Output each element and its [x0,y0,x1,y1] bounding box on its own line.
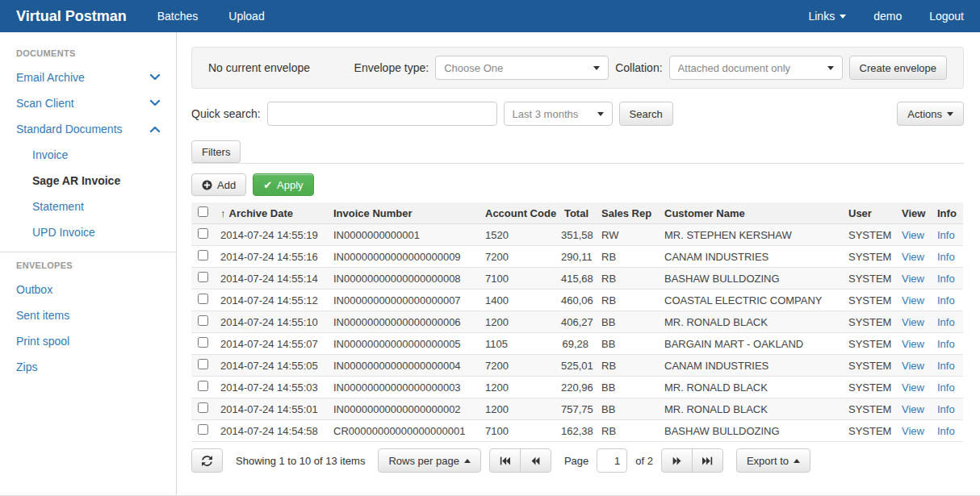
sidebar-item-print-spool[interactable]: Print spool [0,328,176,354]
sidebar-item-upd-invoice[interactable]: UPD Invoice [0,219,176,245]
view-link[interactable]: View [902,425,924,437]
info-link[interactable]: Info [937,425,955,437]
row-checkbox[interactable] [198,337,208,348]
info-link[interactable]: Info [937,316,955,328]
total: 351,58 [555,224,595,246]
next-page-button[interactable] [661,448,693,473]
col-account-code[interactable]: Account Code [479,202,555,224]
sort-asc-icon: ↑ [220,207,226,219]
select-all-checkbox-cell [191,202,214,224]
create-envelope-button[interactable]: Create envelope [849,56,947,80]
first-page-button[interactable] [489,448,521,473]
col-customer-name[interactable]: Customer Name [658,202,842,224]
sales-rep: RB [595,246,658,268]
view-link[interactable]: View [902,381,924,394]
filters-button[interactable]: Filters [191,140,241,163]
row-checkbox[interactable] [198,381,208,391]
sidebar-item-sent-items[interactable]: Sent items [0,302,176,328]
row-checkbox[interactable] [198,294,208,304]
info-link[interactable]: Info [937,403,955,415]
col-total[interactable]: Total [555,202,595,224]
row-checkbox[interactable] [198,359,208,369]
add-button[interactable]: Add [191,173,246,196]
customer-name: MR. RONALD BLACK [658,311,842,333]
customer-name: COASTAL ELECTRIC COMPANY [658,290,842,311]
table-body: 2014-07-24 14:55:19IN0000000000001152035… [191,224,963,442]
view-cell: View [895,420,931,442]
view-link[interactable]: View [902,273,924,285]
table-row: 2014-07-24 14:55:03IN0000000000000000000… [191,377,963,398]
quick-search-label: Quick search: [191,107,261,120]
info-link[interactable]: Info [937,294,955,306]
row-checkbox[interactable] [198,228,208,239]
row-checkbox[interactable] [198,402,208,413]
view-link[interactable]: View [902,403,924,415]
view-link[interactable]: View [902,338,924,350]
collation-select[interactable]: Attached document only [669,56,843,80]
view-link[interactable]: View [902,251,924,263]
view-link[interactable]: View [902,294,924,306]
envelope-type-value: Choose One [444,62,587,74]
sidebar-item-outbox[interactable]: Outbox [0,277,176,302]
sidebar-item-statement[interactable]: Statement [0,194,176,219]
info-link[interactable]: Info [937,229,955,241]
customer-name: MR. STEPHEN KERSHAW [658,224,842,246]
actions-button[interactable]: Actions [897,102,964,126]
nav-user[interactable]: demo [873,10,902,23]
sidebar-item-label: Zips [16,361,37,373]
row-checkbox[interactable] [198,250,208,261]
envelope-bar: No current envelope Envelope type: Choos… [191,47,964,89]
nav-batches[interactable]: Batches [157,10,199,23]
period-select[interactable]: Last 3 months [504,102,613,126]
total: 290,11 [555,246,595,268]
table-header-row: ↑Archive Date Invoice Number Account Cod… [191,202,963,224]
row-checkbox[interactable] [198,424,208,435]
page-number-input[interactable] [597,448,627,473]
rows-per-page-button[interactable]: Rows per page [378,448,480,473]
table-row: 2014-07-24 14:55:12IN0000000000000000000… [191,290,963,311]
sidebar-item-email-archive[interactable]: Email Archive [0,65,176,90]
row-checkbox[interactable] [198,272,208,282]
info-cell: Info [931,377,963,398]
col-sales-rep[interactable]: Sales Rep [595,202,658,224]
sidebar-item-invoice[interactable]: Invoice [0,142,176,168]
sidebar-item-standard-documents[interactable]: Standard Documents [0,116,176,142]
main-content: No current envelope Envelope type: Choos… [177,32,980,495]
prev-page-button[interactable] [520,448,551,473]
nav-upload[interactable]: Upload [228,10,264,23]
col-archive-date[interactable]: ↑Archive Date [214,202,327,224]
info-link[interactable]: Info [937,381,955,394]
view-link[interactable]: View [902,360,924,372]
col-user[interactable]: User [842,202,895,224]
sidebar-item-sage-ar-invoice[interactable]: Sage AR Invoice [0,168,176,194]
last-page-button[interactable] [692,448,723,473]
apply-button[interactable]: ✔ Apply [253,173,313,196]
info-link[interactable]: Info [937,273,955,285]
info-link[interactable]: Info [937,360,955,372]
refresh-button[interactable] [191,448,223,473]
view-cell: View [895,246,931,268]
caret-down-icon [840,15,846,19]
row-checkbox[interactable] [198,315,208,326]
envelope-type-select[interactable]: Choose One [435,56,609,80]
view-link[interactable]: View [902,229,924,241]
info-link[interactable]: Info [937,251,955,263]
account-code: 1200 [479,398,555,420]
export-to-button[interactable]: Export to [736,448,810,473]
sidebar-item-scan-client[interactable]: Scan Client [0,90,176,116]
search-button[interactable]: Search [619,102,673,126]
nav-links-dropdown[interactable]: Links [808,10,846,23]
view-link[interactable]: View [902,316,924,328]
info-link[interactable]: Info [937,338,955,350]
sales-rep: BB [595,398,658,420]
sidebar-item-zips[interactable]: Zips [0,354,176,380]
nav-logout[interactable]: Logout [929,10,964,23]
quick-search-input[interactable] [267,102,497,126]
customer-name: CANAM INDUSTRIES [658,246,842,268]
user: SYSTEM [842,268,895,290]
actions-label: Actions [907,108,942,120]
col-invoice-number[interactable]: Invoice Number [327,202,479,224]
app-brand[interactable]: Virtual Postman [16,8,127,25]
view-cell: View [895,355,931,377]
select-all-checkbox[interactable] [198,206,208,217]
